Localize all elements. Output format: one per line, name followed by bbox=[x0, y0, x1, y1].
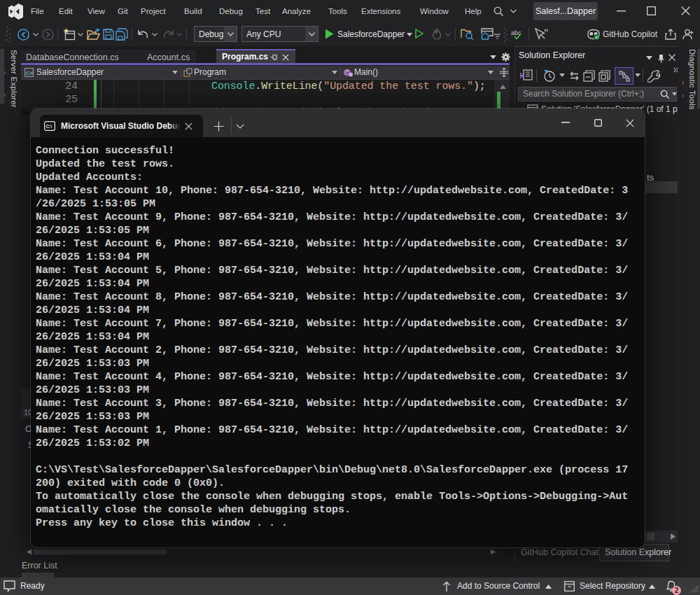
svg-text:C#: C# bbox=[26, 70, 34, 76]
svg-text:C:\: C:\ bbox=[46, 124, 52, 129]
